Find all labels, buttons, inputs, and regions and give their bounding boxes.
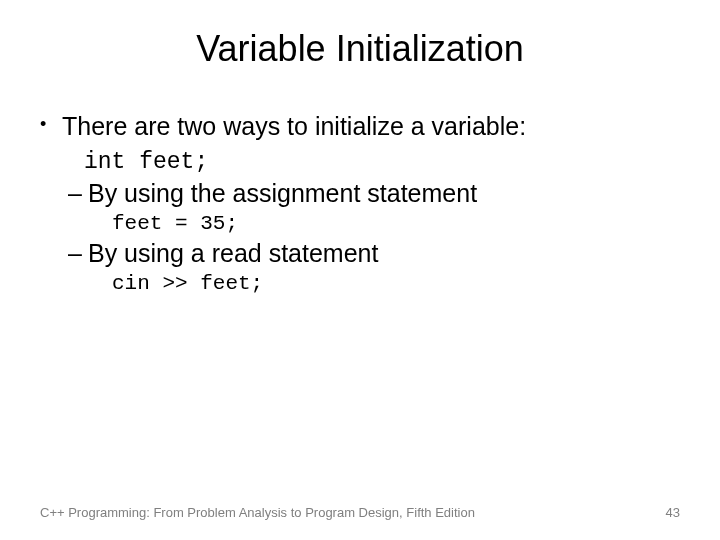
sub-bullet-1: By using the assignment statement bbox=[40, 179, 680, 208]
intro-text: There are two ways to initialize a varia… bbox=[62, 112, 526, 140]
slide-title: Variable Initialization bbox=[40, 28, 680, 70]
slide-content: • There are two ways to initialize a var… bbox=[40, 112, 680, 295]
sub-bullet-1-text: By using the assignment statement bbox=[88, 179, 477, 207]
footer-book-title: C++ Programming: From Problem Analysis t… bbox=[40, 505, 475, 520]
bullet-dot: • bbox=[40, 114, 46, 135]
code-assignment: feet = 35; bbox=[40, 212, 680, 235]
sub-bullet-2: By using a read statement bbox=[40, 239, 680, 268]
code-declaration: int feet; bbox=[40, 149, 680, 175]
footer: C++ Programming: From Problem Analysis t… bbox=[40, 505, 680, 520]
sub-bullet-2-text: By using a read statement bbox=[88, 239, 378, 267]
slide: Variable Initialization • There are two … bbox=[0, 0, 720, 540]
bullet-intro: • There are two ways to initialize a var… bbox=[40, 112, 680, 141]
code-read: cin >> feet; bbox=[40, 272, 680, 295]
page-number: 43 bbox=[666, 505, 680, 520]
